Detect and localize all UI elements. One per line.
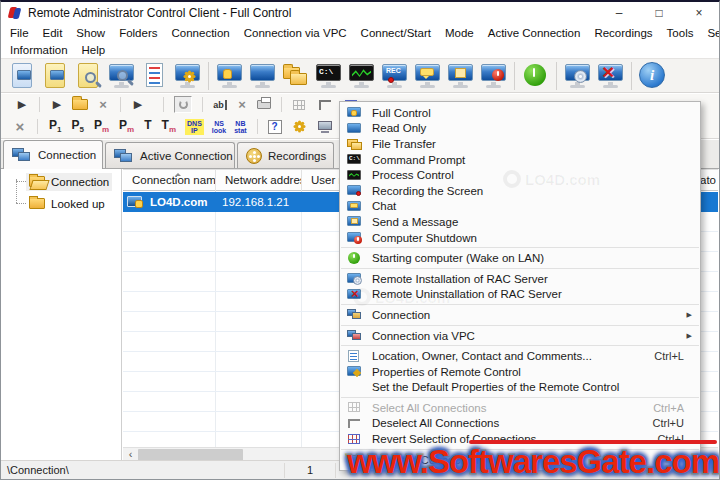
process-control-icon[interactable] (346, 60, 377, 91)
nslookup-button[interactable]: NSlook (212, 120, 226, 134)
tree-item-connection[interactable]: Connection (26, 173, 112, 191)
menu-edit[interactable]: Edit (36, 27, 70, 39)
cell-connection-name: LO4D.com (150, 196, 222, 208)
properties-icon (347, 365, 363, 378)
cell-network-address: 192.168.1.21 (222, 196, 308, 208)
menu-item-set-default-properties[interactable]: Set the Default Properties of the Remote… (340, 380, 700, 396)
menu-recordings[interactable]: Recordings (587, 27, 659, 39)
full-control-icon[interactable] (214, 60, 245, 91)
recording-screen-icon[interactable]: REC (379, 60, 410, 91)
connection-script-edit-icon[interactable] (40, 60, 71, 91)
column-connection-name[interactable]: Connection name (123, 170, 216, 192)
remote-install-icon[interactable] (562, 60, 593, 91)
command-prompt-icon[interactable]: C:\ (313, 60, 344, 91)
connection-script-search-icon[interactable] (73, 60, 104, 91)
menu-item-chat[interactable]: Chat (340, 199, 700, 215)
tab-active-connection[interactable]: Active Connection (105, 142, 235, 168)
chat-icon[interactable] (412, 60, 443, 91)
deselect-corner-icon[interactable] (318, 97, 332, 113)
remove-icon[interactable]: × (235, 97, 249, 113)
menu-item-file-transfer[interactable]: File Transfer (340, 136, 700, 152)
open-folder-icon[interactable] (72, 97, 88, 113)
menu-file[interactable]: File (3, 27, 36, 39)
menu-item-recording-screen[interactable]: Recording the Screen (340, 183, 700, 199)
ping-multi2-button[interactable]: Pm (119, 118, 134, 134)
menu-item-read-only[interactable]: Read Only (340, 121, 700, 137)
nbtstat-button[interactable]: NBstat (234, 120, 246, 134)
menu-settings[interactable]: Settings (700, 27, 720, 39)
menu-item-select-all[interactable]: Select All Connections Ctrl+A (340, 400, 700, 416)
menu-item-location-owner[interactable]: Location, Owner, Contact and Comments...… (340, 348, 700, 364)
menu-mode[interactable]: Mode (438, 27, 481, 39)
connection-list-icon[interactable] (139, 60, 170, 91)
menu-item-import-connection[interactable]: Import of Connection (340, 452, 700, 468)
remote-install-icon (347, 272, 363, 285)
menu-information[interactable]: Information (3, 44, 75, 56)
wake-on-lan-icon[interactable] (520, 60, 551, 91)
folder-icon (29, 198, 46, 210)
tree-item-looked-up[interactable]: Looked up (26, 195, 108, 213)
computer-shutdown-icon[interactable] (478, 60, 509, 91)
send-message-icon[interactable] (445, 60, 476, 91)
menu-active-connection[interactable]: Active Connection (481, 27, 588, 39)
connect-icon[interactable]: ▶ (15, 97, 29, 113)
menu-item-deselect-all[interactable]: Deselect All Connections Ctrl+U (340, 416, 700, 432)
menu-help[interactable]: Help (75, 44, 113, 56)
maximize-button[interactable]: □ (639, 2, 679, 24)
menu-item-computer-shutdown[interactable]: Computer Shutdown (340, 230, 700, 246)
menu-connection-via-vpc[interactable]: Connection via VPC (237, 27, 354, 39)
menu-item-command-prompt[interactable]: C:\ Command Prompt (340, 152, 700, 168)
trace-button[interactable]: T (144, 118, 151, 134)
connection-script-icon[interactable] (7, 60, 38, 91)
menu-item-wake-on-lan[interactable]: Starting computer (Wake on LAN) (340, 250, 700, 266)
menu-item-remote-install[interactable]: Remote Installation of RAC Server (340, 271, 700, 287)
ping-1-button[interactable]: P1 (49, 118, 61, 134)
information-icon[interactable]: i (637, 60, 668, 91)
tab-connection[interactable]: Connection (3, 140, 103, 169)
deselect-corner-icon (347, 417, 363, 430)
help-window-icon[interactable]: ? (268, 120, 282, 134)
file-transfer-icon (347, 137, 363, 150)
print-icon[interactable] (257, 97, 271, 113)
minimize-button[interactable]: – (599, 2, 639, 24)
tab-recordings[interactable]: Recordings (237, 142, 334, 168)
ping-5-button[interactable]: P5 (71, 118, 83, 134)
start-icon[interactable]: ▶ (131, 97, 145, 113)
computer-icon[interactable] (318, 119, 333, 135)
trace-multi-button[interactable]: Tm (162, 118, 176, 134)
refresh-icon[interactable] (174, 96, 192, 113)
menu-item-full-control[interactable]: Full Control (340, 105, 700, 121)
dns-ip-button[interactable]: DNSIP (185, 119, 204, 135)
status-count: 1 (285, 464, 335, 476)
connection-settings-icon[interactable] (172, 60, 203, 91)
select-grid-icon[interactable] (292, 97, 306, 113)
tools-close-icon[interactable]: × (13, 119, 27, 135)
delete-icon[interactable]: × (96, 97, 110, 113)
remote-uninstall-icon[interactable]: × (595, 60, 626, 91)
menu-item-remote-uninstall[interactable]: × Remote Uninstallation of RAC Server (340, 287, 700, 303)
rename-icon[interactable]: ab (213, 97, 227, 113)
menu-tools[interactable]: Tools (660, 27, 701, 39)
menu-folders[interactable]: Folders (112, 27, 164, 39)
menu-show[interactable]: Show (69, 27, 112, 39)
services-gears-icon[interactable] (293, 119, 307, 135)
menu-item-connection[interactable]: Connection ▶ (340, 307, 700, 323)
menu-item-process-control[interactable]: Process Control (340, 167, 700, 183)
column-network-address[interactable]: Network address (216, 170, 302, 192)
menu-item-connection-via-vpc[interactable]: Connection via VPC ▶ (340, 328, 700, 344)
menu-item-send-message[interactable]: Send a Message (340, 214, 700, 230)
menu-connect-start[interactable]: Connect/Start (354, 27, 438, 39)
ping-multi-button[interactable]: Pm (94, 118, 109, 134)
send-message-icon (347, 215, 363, 228)
menu-item-properties[interactable]: Properties of Remote Control (340, 364, 700, 380)
revert-grid-icon (347, 433, 363, 446)
file-transfer-icon[interactable] (280, 60, 311, 91)
open-folder-icon (29, 176, 46, 188)
close-button[interactable]: × (679, 2, 719, 24)
read-only-icon[interactable] (247, 60, 278, 91)
submenu-arrow-icon: ▶ (687, 332, 692, 340)
network-search-icon[interactable] (106, 60, 137, 91)
connect-selected-icon[interactable]: ▶ (50, 97, 64, 113)
context-menu: Full Control Read Only File Transfer C:\… (339, 101, 701, 471)
menu-connection[interactable]: Connection (165, 27, 237, 39)
